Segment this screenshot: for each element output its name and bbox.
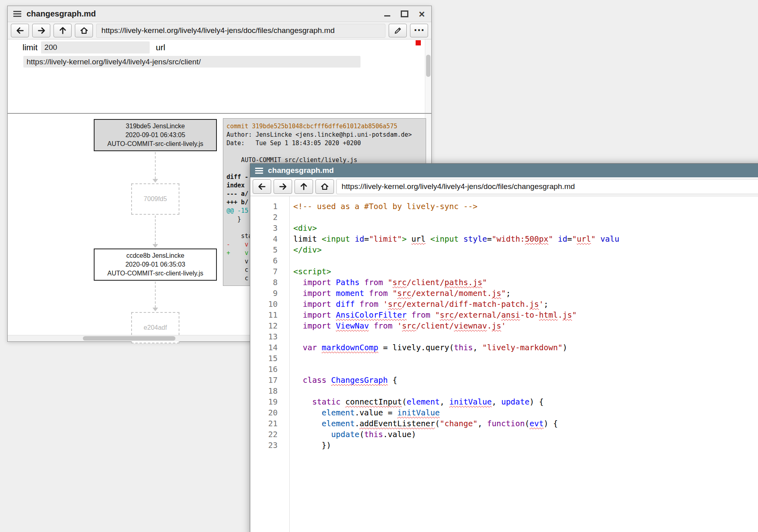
code-text: class ChangesGraph {	[289, 375, 397, 386]
code-text	[289, 331, 298, 342]
commit-node-319bde5[interactable]: 319bde5 JensLincke 2020-09-01 06:43:05 A…	[94, 119, 217, 151]
graph-url-input[interactable]	[23, 56, 360, 68]
close-button[interactable]: ×	[419, 9, 425, 19]
arrow-left-icon	[15, 26, 25, 35]
node-line: ccdce8b JensLincke	[95, 251, 216, 260]
home-button[interactable]	[75, 24, 93, 37]
window2-titlebar[interactable]: changesgraph.md	[250, 164, 758, 177]
arrow-up-icon	[58, 26, 68, 35]
code-text: <!-- used as a #Tool by lively-sync -->	[289, 201, 478, 212]
code-text	[289, 353, 298, 364]
code-line-4[interactable]: 4limit <input id="limit"> url <input sty…	[250, 234, 758, 244]
back-button[interactable]	[253, 179, 271, 194]
window2-title: changesgraph.md	[268, 166, 334, 175]
code-line-1[interactable]: 1<!-- used as a #Tool by lively-sync -->	[250, 201, 758, 212]
code-line-13[interactable]: 13	[250, 331, 758, 342]
code-line-5[interactable]: 5</div>	[250, 244, 758, 255]
code-line-19[interactable]: 19 static connectInput(element, initValu…	[250, 396, 758, 407]
code-line-18[interactable]: 18	[250, 386, 758, 396]
arrow-right-icon	[37, 26, 46, 35]
commit-node-7009fd5[interactable]: 7009fd5	[131, 183, 179, 215]
line-number: 16	[250, 364, 289, 375]
forward-button[interactable]	[274, 179, 292, 194]
node-line: 7009fd5	[132, 195, 179, 203]
more-button[interactable]: …	[410, 24, 428, 37]
minimize-button[interactable]	[384, 12, 390, 16]
window-changesgraph-front[interactable]: changesgraph.md 1<!-- used as a #Tool by…	[250, 163, 758, 532]
code-line-3[interactable]: 3<div>	[250, 223, 758, 234]
line-number: 1	[250, 201, 289, 212]
line-number: 22	[250, 429, 289, 440]
home-icon	[79, 26, 89, 35]
line-number: 2	[250, 212, 289, 223]
line-number: 18	[250, 386, 289, 396]
line-number: 14	[250, 342, 289, 353]
maximize-button[interactable]	[401, 10, 408, 17]
home-button[interactable]	[315, 179, 334, 194]
commit-node-ccdce8b[interactable]: ccdce8b JensLincke 2020-09-01 06:35:03 A…	[94, 249, 217, 281]
node-line: AUTO-COMMIT-src-client-lively.js	[95, 140, 216, 148]
code-line-8[interactable]: 8 import Paths from "src/client/paths.js…	[250, 277, 758, 288]
node-line: 2020-09-01 06:43:05	[95, 131, 216, 140]
node-line: 319bde5 JensLincke	[95, 122, 216, 131]
code-line-16[interactable]: 16	[250, 364, 758, 375]
code-line-17[interactable]: 17 class ChangesGraph {	[250, 375, 758, 386]
graph-arrow-1	[152, 152, 159, 183]
back-button[interactable]	[11, 24, 29, 37]
line-number: 4	[250, 234, 289, 244]
code-line-23[interactable]: 23 })	[250, 440, 758, 451]
code-editor[interactable]: 1<!-- used as a #Tool by lively-sync -->…	[250, 196, 758, 532]
code-line-12[interactable]: 12 import ViewNav from 'src/client/viewn…	[250, 320, 758, 331]
line-number: 20	[250, 407, 289, 418]
code-text: var markdownComp = lively.query(this, "l…	[289, 342, 567, 353]
line-number: 21	[250, 418, 289, 429]
menu-icon[interactable]	[13, 11, 21, 17]
code-line-15[interactable]: 15	[250, 353, 758, 364]
commit-detail-line	[227, 148, 422, 156]
code-line-6[interactable]: 6	[250, 255, 758, 266]
node-line: e204adf	[132, 323, 179, 332]
up-button[interactable]	[54, 24, 72, 37]
code-lines: 1<!-- used as a #Tool by lively-sync -->…	[250, 201, 758, 451]
url-input[interactable]	[96, 24, 385, 38]
vertical-scrollbar-thumb[interactable]	[426, 55, 430, 77]
line-number: 8	[250, 277, 289, 288]
horizontal-scrollbar-thumb[interactable]	[83, 336, 175, 341]
ellipsis-icon: …	[414, 22, 425, 33]
window1-toolbar: …	[8, 22, 431, 39]
code-line-20[interactable]: 20 element.value = initValue	[250, 407, 758, 418]
desktop: changesgraph.md ×	[0, 0, 758, 532]
forward-button[interactable]	[32, 24, 50, 37]
code-text: element.addEventListener("change", funct…	[289, 418, 558, 429]
code-text: import ViewNav from 'src/client/viewnav.…	[289, 320, 506, 331]
edit-button[interactable]	[389, 24, 407, 37]
code-line-11[interactable]: 11 import AnsiColorFilter from "src/exte…	[250, 310, 758, 320]
window2-toolbar	[250, 177, 758, 196]
code-line-21[interactable]: 21 element.addEventListener("change", fu…	[250, 418, 758, 429]
line-number: 6	[250, 255, 289, 266]
menu-icon[interactable]	[255, 168, 263, 174]
window1-titlebar[interactable]: changesgraph.md ×	[8, 6, 431, 22]
code-line-14[interactable]: 14 var markdownComp = lively.query(this,…	[250, 342, 758, 353]
code-line-10[interactable]: 10 import diff from 'src/external/diff-m…	[250, 299, 758, 310]
code-line-7[interactable]: 7<script>	[250, 266, 758, 277]
line-number: 17	[250, 375, 289, 386]
limit-input[interactable]	[41, 41, 150, 53]
graph-arrow-2	[152, 216, 159, 248]
code-line-9[interactable]: 9 import moment from "src/external/momen…	[250, 288, 758, 299]
code-text: update(this.value)	[289, 429, 416, 440]
code-text: element.value = initValue	[289, 407, 440, 418]
url-input[interactable]	[336, 179, 758, 194]
sync-indicator	[416, 40, 421, 45]
up-button[interactable]	[295, 179, 313, 194]
code-text: import Paths from "src/client/paths.js"	[289, 277, 487, 288]
line-number: 7	[250, 266, 289, 277]
limit-label: limit	[23, 43, 37, 52]
line-number: 11	[250, 310, 289, 320]
code-line-22[interactable]: 22 update(this.value)	[250, 429, 758, 440]
minimize-icon	[384, 15, 390, 16]
code-line-2[interactable]: 2	[250, 212, 758, 223]
arrow-right-icon	[278, 182, 288, 191]
arrow-up-icon	[299, 182, 309, 191]
graph-arrow-3	[152, 281, 159, 311]
